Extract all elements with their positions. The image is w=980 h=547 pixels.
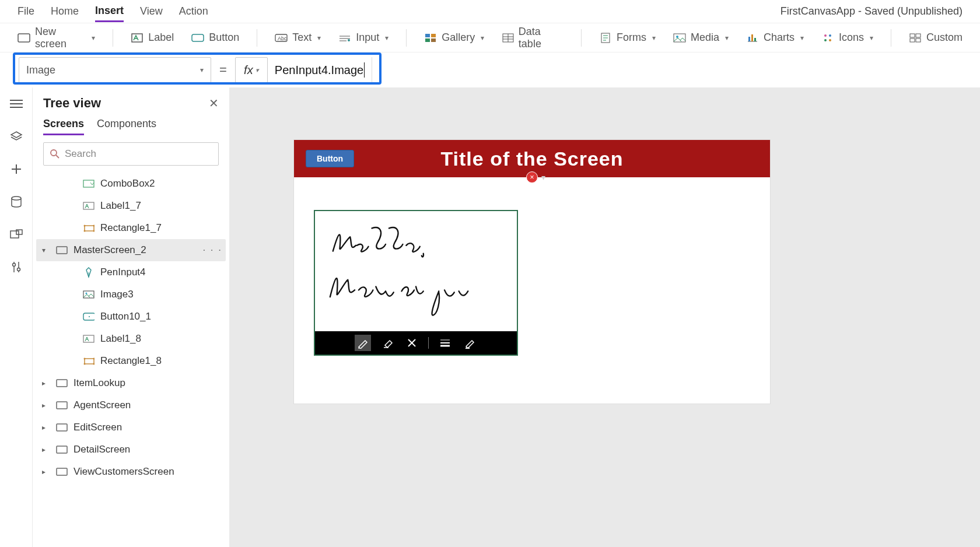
ribbon-new-screen[interactable]: New screen ▾ (18, 26, 95, 50)
chevron-down-icon: ▾ (652, 34, 656, 42)
ribbon-media[interactable]: Media ▾ (673, 31, 729, 44)
chart-icon (746, 33, 759, 43)
ribbon-icons[interactable]: Icons ▾ (821, 31, 873, 44)
ribbon-custom[interactable]: Custom (909, 31, 963, 44)
svg-point-22 (676, 36, 678, 38)
ribbon-label-label: Label (148, 31, 174, 44)
svg-point-66 (84, 363, 86, 365)
svg-rect-58 (83, 291, 94, 298)
tree-item[interactable]: ▸ItemLookup (36, 372, 226, 394)
screen-icon (56, 245, 68, 255)
svg-point-54 (84, 230, 86, 232)
chevron-right-icon[interactable]: ▸ (42, 401, 50, 409)
tree-item[interactable]: Image3 (36, 283, 226, 306)
canvas-area[interactable]: Title of the Screen Button × ▾ (230, 87, 980, 547)
tree-item-label: Image3 (100, 289, 134, 300)
svg-rect-0 (18, 34, 30, 42)
chevron-down-icon: ▾ (256, 66, 259, 74)
ribbon-input[interactable]: Input ▾ (338, 31, 388, 44)
menu-view[interactable]: View (140, 2, 163, 21)
chevron-right-icon[interactable]: ▸ (42, 446, 50, 454)
custom-icon (909, 33, 922, 43)
tree-item[interactable]: ▾MasterScreen_2· · · (36, 239, 226, 261)
tree-item[interactable]: ▸ViewCustomersScreen (36, 461, 226, 483)
pen-tool-erase[interactable] (379, 335, 396, 351)
ribbon-forms-label: Forms (617, 31, 646, 44)
svg-rect-2 (192, 34, 204, 41)
tree-item[interactable]: ▸DetailScreen (36, 439, 226, 461)
screen-icon (18, 33, 30, 43)
menu-insert[interactable]: Insert (95, 1, 124, 22)
pen-tool-lineweight[interactable] (437, 335, 453, 351)
ribbon-button[interactable]: Button (191, 31, 239, 44)
fx-button[interactable]: fx ▾ (235, 57, 268, 83)
ribbon-forms[interactable]: Forms ▾ (599, 31, 656, 44)
tree-item[interactable]: Button10_1 (36, 306, 226, 328)
rect-icon (83, 223, 94, 233)
toolbar-divider (428, 337, 429, 349)
tree-item[interactable]: ▸AgentScreen (36, 394, 226, 416)
tree-item-label: ItemLookup (74, 377, 125, 389)
chevron-down-icon: ▾ (317, 34, 321, 42)
gallery-icon (424, 33, 437, 43)
design-canvas[interactable]: Title of the Screen Button × ▾ (294, 140, 770, 404)
pen-tool-color[interactable] (461, 335, 478, 351)
tree-item[interactable]: Label1_8 (36, 328, 226, 350)
tree-list[interactable]: ComboBox2Label1_7Rectangle1_7▾MasterScre… (33, 173, 229, 547)
menu-file[interactable]: File (18, 2, 34, 21)
rail-advanced[interactable] (8, 259, 24, 275)
svg-rect-12 (431, 38, 436, 42)
rail-tree-view[interactable] (8, 128, 24, 145)
search-input[interactable]: Search (43, 142, 219, 166)
svg-rect-51 (85, 226, 94, 231)
chevron-down-icon[interactable]: ▾ (42, 246, 50, 254)
rail-media[interactable] (8, 226, 24, 243)
chevron-right-icon[interactable]: ▸ (42, 423, 50, 432)
close-icon[interactable]: ✕ (209, 96, 219, 110)
ribbon-text-label: Text (292, 31, 312, 44)
svg-rect-56 (57, 247, 67, 254)
svg-point-29 (824, 39, 827, 41)
tree-item[interactable]: Label1_7 (36, 195, 226, 217)
svg-rect-26 (754, 38, 756, 41)
menu-home[interactable]: Home (51, 2, 79, 21)
rail-hamburger[interactable] (8, 96, 24, 112)
pen-tool-draw[interactable] (355, 335, 371, 351)
ribbon-text[interactable]: Abc Text ▾ (275, 31, 321, 44)
tree-item-label: PenInput4 (100, 267, 146, 278)
tree-item[interactable]: Rectangle1_7 (36, 217, 226, 239)
rail-data[interactable] (8, 194, 24, 210)
ribbon-gallery[interactable]: Gallery ▾ (424, 31, 484, 44)
ribbon-charts[interactable]: Charts ▾ (746, 31, 804, 44)
svg-rect-21 (674, 34, 685, 42)
pen-input-control[interactable] (314, 210, 518, 356)
ribbon-label[interactable]: Label (131, 31, 174, 44)
tab-components[interactable]: Components (97, 118, 156, 135)
tree-item[interactable]: Rectangle1_8 (36, 350, 226, 372)
label-icon (83, 201, 94, 211)
tree-item[interactable]: ▸EditScreen (36, 416, 226, 439)
formula-input[interactable]: PenInput4.Image (268, 57, 372, 83)
tree-item[interactable]: PenInput4 (36, 261, 226, 283)
more-icon[interactable]: · · · (202, 244, 222, 256)
pen-toolbar (315, 331, 517, 355)
property-selector[interactable]: Image ▾ (19, 57, 211, 83)
svg-point-46 (17, 268, 20, 271)
error-badge-icon[interactable]: × (526, 171, 538, 183)
tree-view-panel: Tree view ✕ Screens Components Search Co… (33, 87, 230, 547)
screen-icon (56, 444, 68, 455)
menu-action[interactable]: Action (179, 2, 208, 21)
chevron-right-icon[interactable]: ▸ (42, 468, 50, 476)
svg-point-64 (84, 358, 86, 360)
pen-drawing-surface[interactable] (315, 211, 517, 331)
chevron-right-icon[interactable]: ▸ (42, 379, 50, 387)
formula-bar: Image ▾ = fx ▾ PenInput4.Image (0, 52, 980, 87)
svg-rect-33 (910, 38, 915, 42)
chevron-down-icon[interactable]: ▾ (541, 173, 545, 182)
pen-tool-clear[interactable] (404, 335, 420, 351)
tab-screens[interactable]: Screens (43, 118, 84, 135)
svg-rect-68 (57, 380, 67, 387)
rail-add[interactable] (8, 161, 24, 177)
tree-item[interactable]: ComboBox2 (36, 173, 226, 195)
ribbon-data-table[interactable]: Data table (502, 26, 564, 50)
